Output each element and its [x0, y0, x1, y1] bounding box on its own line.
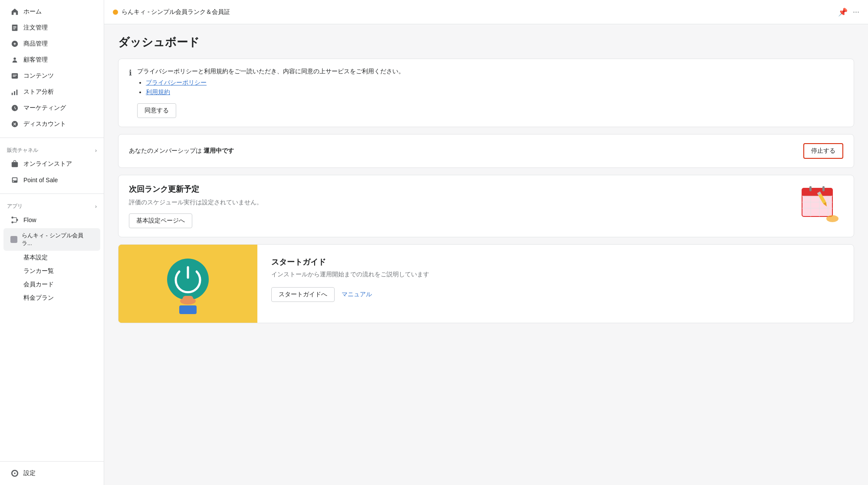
sidebar-item-point-of-sale[interactable]: Point of Sale: [3, 172, 100, 188]
sidebar-apps-header: アプリ ›: [0, 199, 104, 212]
sidebar-sales-channels-header: 販売チャネル ›: [0, 143, 104, 156]
sidebar-item-app-rankee[interactable]: らんキィ - シンプル会員ラ...: [3, 228, 100, 251]
pin-icon[interactable]: 📌: [838, 7, 848, 17]
sidebar-item-flow[interactable]: Flow: [3, 212, 100, 228]
svg-rect-17: [13, 181, 14, 182]
product-icon: [10, 39, 19, 48]
svg-rect-40: [179, 305, 197, 314]
content-icon: [10, 72, 19, 80]
marketing-icon: [10, 104, 19, 112]
sidebar-item-marketing[interactable]: マーケティング: [3, 100, 100, 116]
privacy-policy-link[interactable]: プライバシーポリシー: [146, 79, 207, 86]
sidebar-sales-channels: 販売チャネル › オンラインストア Point of Sale: [0, 140, 104, 192]
membership-card: あなたのメンバーシップは 運用中です 停止する: [118, 134, 854, 168]
more-options-icon[interactable]: ···: [853, 7, 859, 16]
sidebar-item-store-analysis[interactable]: ストア分析: [3, 84, 100, 100]
sidebar-sub-item-basic-settings[interactable]: 基本設定: [3, 251, 100, 264]
rank-title: 次回ランク更新予定: [129, 184, 791, 194]
svg-point-5: [13, 58, 16, 60]
membership-status-text: あなたのメンバーシップは 運用中です: [129, 147, 234, 155]
start-guide-actions: スタートガイドへ マニュアル: [271, 287, 840, 302]
svg-rect-11: [16, 90, 18, 95]
rank-card: 次回ランク更新予定 評価のスケジュール実行は設定されていません。 基本設定ページ…: [118, 175, 854, 237]
chevron-right-icon-2: ›: [95, 203, 97, 210]
customer-icon: [10, 56, 19, 64]
chevron-right-icon: ›: [95, 147, 97, 154]
sidebar-item-settings[interactable]: 設定: [3, 465, 100, 481]
svg-rect-31: [822, 186, 825, 191]
svg-point-20: [11, 221, 13, 223]
basic-settings-button[interactable]: 基本設定ページへ: [129, 213, 192, 228]
svg-rect-23: [802, 188, 832, 196]
start-guide-card: スタートガイド インストールから運用開始までの流れをご説明しています スタートガ…: [118, 244, 854, 323]
start-guide-description: インストールから運用開始までの流れをご説明しています: [271, 271, 840, 279]
topbar-title: らんキィ - シンプル会員ランク＆会員証: [122, 8, 230, 16]
privacy-title: プライバシーポリシーと利用規約をご一読いただき、内容に同意の上サービスをご利用く…: [137, 68, 843, 75]
start-guide-title: スタートガイド: [271, 257, 840, 267]
rank-content: 次回ランク更新予定 評価のスケジュール実行は設定されていません。 基本設定ページ…: [129, 184, 791, 228]
rank-description: 評価のスケジュール実行は設定されていません。: [129, 199, 791, 206]
topbar-right: 📌 ···: [838, 7, 859, 17]
sidebar-sub-item-member-card[interactable]: 会員カード: [3, 278, 100, 291]
svg-point-18: [11, 216, 13, 219]
status-dot: [113, 10, 118, 15]
start-guide-button[interactable]: スタートガイドへ: [271, 287, 335, 302]
sidebar-main-nav: ホーム 注文管理 商品管理 顧客管理 コンテンツ: [0, 0, 104, 136]
svg-point-37: [167, 259, 209, 300]
content-area: ダッシュボード ℹ プライバシーポリシーと利用規約をご一読いただき、内容に同意の…: [104, 24, 868, 485]
svg-rect-10: [14, 91, 15, 95]
sidebar: ホーム 注文管理 商品管理 顧客管理 コンテンツ: [0, 0, 104, 485]
sidebar-apps: アプリ › Flow らんキィ - シンプル会員ラ... 基本設定 ランカー覧 …: [0, 196, 104, 308]
privacy-text: プライバシーポリシーと利用規約をご一読いただき、内容に同意の上サービスをご利用く…: [137, 68, 843, 118]
online-store-icon: [10, 160, 19, 168]
stop-button[interactable]: 停止する: [803, 143, 843, 159]
sidebar-item-product-management[interactable]: 商品管理: [3, 36, 100, 52]
analysis-icon: [10, 88, 19, 96]
sidebar-bottom: 設定: [0, 461, 104, 485]
svg-rect-14: [12, 162, 18, 167]
manual-link[interactable]: マニュアル: [342, 291, 372, 298]
privacy-header: ℹ プライバシーポリシーと利用規約をご一読いただき、内容に同意の上サービスをご利…: [129, 68, 843, 118]
sidebar-sub-item-rank-list[interactable]: ランカー覧: [3, 265, 100, 278]
svg-point-35: [826, 215, 838, 222]
sidebar-item-discount[interactable]: ディスカウント: [3, 116, 100, 132]
agree-button[interactable]: 同意する: [137, 103, 176, 118]
pos-icon: [10, 176, 19, 184]
start-guide-content: スタートガイド インストールから運用開始までの流れをご説明しています スタートガ…: [257, 245, 854, 323]
discount-icon: [10, 120, 19, 128]
privacy-card: ℹ プライバシーポリシーと利用規約をご一読いただき、内容に同意の上サービスをご利…: [118, 59, 854, 127]
order-icon: [10, 23, 19, 32]
topbar: らんキィ - シンプル会員ランク＆会員証 📌 ···: [104, 0, 868, 24]
svg-rect-9: [12, 93, 13, 95]
privacy-link-item-2: 利用規約: [146, 88, 843, 96]
svg-point-19: [16, 219, 18, 221]
svg-rect-39: [183, 296, 193, 304]
svg-rect-30: [809, 186, 812, 191]
sidebar-item-online-store[interactable]: オンラインストア: [3, 156, 100, 172]
svg-rect-16: [13, 178, 17, 180]
sidebar-divider-1: [0, 138, 104, 138]
main-area: らんキィ - シンプル会員ランク＆会員証 📌 ··· ダッシュボード ℹ プライ…: [104, 0, 868, 485]
sidebar-sub-item-pricing[interactable]: 料金プラン: [3, 292, 100, 305]
svg-rect-6: [12, 73, 18, 79]
sidebar-item-content[interactable]: コンテンツ: [3, 68, 100, 84]
info-icon: ℹ: [129, 68, 132, 78]
topbar-left: らんキィ - シンプル会員ランク＆会員証: [113, 8, 230, 16]
sidebar-divider-2: [0, 193, 104, 194]
sidebar-item-customer-management[interactable]: 顧客管理: [3, 52, 100, 68]
app-icon: [10, 236, 17, 243]
privacy-link-item-1: プライバシーポリシー: [146, 79, 843, 87]
page-title: ダッシュボード: [118, 35, 854, 50]
calendar-illustration: [800, 184, 843, 224]
sidebar-item-order-management[interactable]: 注文管理: [3, 20, 100, 36]
settings-icon: [10, 469, 19, 478]
start-guide-image: [118, 245, 257, 323]
terms-link[interactable]: 利用規約: [146, 88, 170, 95]
privacy-links: プライバシーポリシー 利用規約: [137, 79, 843, 96]
home-icon: [10, 7, 19, 16]
sidebar-item-home[interactable]: ホーム: [3, 4, 100, 20]
flow-icon: [10, 216, 19, 224]
